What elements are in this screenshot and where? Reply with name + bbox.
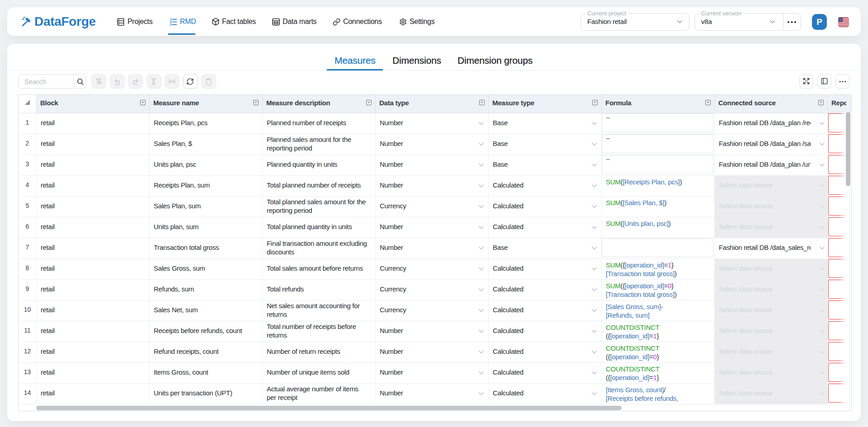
svg-text:3: 3: [170, 23, 172, 26]
